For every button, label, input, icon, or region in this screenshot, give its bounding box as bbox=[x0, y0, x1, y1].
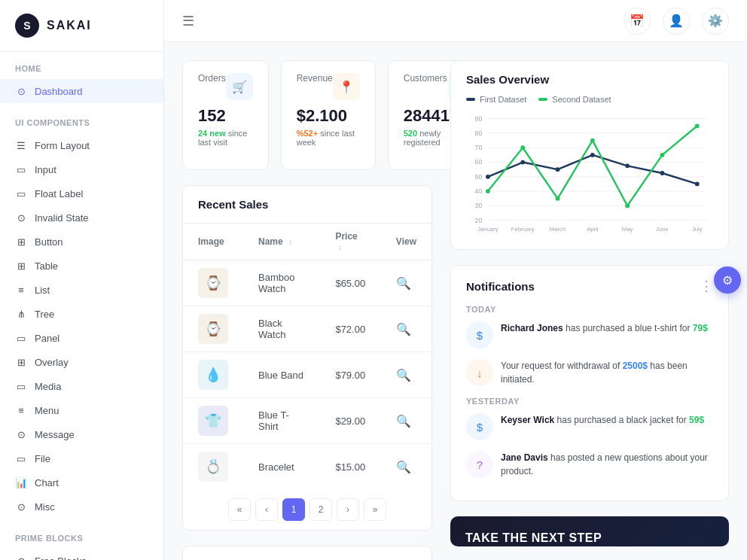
product-view-cell: 🔍 bbox=[381, 352, 431, 398]
col-image: Image bbox=[183, 224, 243, 260]
logo-text: SAKAI bbox=[47, 19, 92, 32]
product-name-cell: Blue T-Shirt bbox=[243, 398, 320, 444]
sidebar-item-list[interactable]: ≡ List bbox=[0, 278, 163, 302]
sidebar-item-label: Tree bbox=[35, 309, 54, 320]
floating-settings-button[interactable]: ⚙ bbox=[714, 266, 741, 294]
recent-sales-title: Recent Sales bbox=[183, 186, 431, 224]
svg-text:January: January bbox=[477, 226, 499, 233]
sidebar-item-label: Table bbox=[35, 260, 58, 272]
col-price[interactable]: Price ↕ bbox=[320, 224, 380, 260]
sidebar-item-message[interactable]: ⊙ Message bbox=[0, 422, 163, 446]
svg-point-23 bbox=[486, 189, 490, 193]
sidebar-item-button[interactable]: ⊞ Button bbox=[0, 230, 163, 254]
topbar: ☰ 📅 👤 ⚙️ bbox=[164, 0, 747, 42]
legend-second: Second Dataset bbox=[538, 95, 611, 104]
view-button[interactable]: 🔍 bbox=[396, 415, 411, 428]
svg-point-29 bbox=[695, 123, 700, 128]
sidebar-item-form-layout[interactable]: ☰ Form Layout bbox=[0, 133, 163, 157]
sidebar-item-table[interactable]: ⊞ Table bbox=[0, 254, 163, 278]
table-icon: ⊞ bbox=[15, 260, 27, 272]
page-1-button[interactable]: 1 bbox=[282, 498, 305, 521]
sales-table-wrap: Image Name ↕ Price ↕ View ⌚ Bamboo Watch… bbox=[183, 224, 431, 489]
view-button[interactable]: 🔍 bbox=[396, 277, 411, 290]
sidebar-item-float-label[interactable]: ▭ Float Label bbox=[0, 181, 163, 205]
sidebar-prime-blocks-label: PRIME BLOCKS bbox=[0, 534, 163, 549]
notif-link[interactable]: 79$ bbox=[693, 323, 708, 333]
stat-sub: %52+ since last week bbox=[297, 129, 360, 147]
table-row: 💧 Blue Band $79.00 🔍 bbox=[183, 352, 431, 398]
legend-first: First Dataset bbox=[466, 95, 526, 104]
view-button[interactable]: 🔍 bbox=[396, 461, 411, 473]
product-name-cell: Bamboo Watch bbox=[243, 260, 320, 306]
table-row: ⌚ Bamboo Watch $65.00 🔍 bbox=[183, 260, 431, 306]
stat-value: $2.100 bbox=[297, 106, 360, 126]
sidebar-item-dashboard[interactable]: ⊙ Dashboard bbox=[0, 79, 163, 103]
sidebar-item-label: Panel bbox=[35, 333, 59, 344]
page-first-button[interactable]: « bbox=[228, 498, 251, 521]
notif-link[interactable]: 2500$ bbox=[623, 361, 648, 371]
view-button[interactable]: 🔍 bbox=[396, 323, 411, 336]
hamburger-button[interactable]: ☰ bbox=[182, 13, 194, 29]
chart-title: Sales Overview bbox=[466, 73, 713, 86]
stat-label: Orders bbox=[198, 73, 226, 84]
panel-icon: ▭ bbox=[15, 332, 27, 344]
page-last-button[interactable]: » bbox=[364, 498, 386, 521]
notif-link[interactable]: 59$ bbox=[689, 415, 704, 425]
stat-sub: 24 new since last visit bbox=[198, 129, 253, 147]
calendar-icon: 📅 bbox=[630, 14, 645, 28]
sidebar-home-section: HOME ⊙ Dashboard bbox=[0, 52, 163, 106]
sidebar-item-menu[interactable]: ≡ Menu bbox=[0, 398, 163, 422]
page-content: Orders 🛒 152 24 new since last visit Rev… bbox=[164, 42, 747, 560]
settings-button[interactable]: ⚙️ bbox=[702, 8, 729, 35]
page-next-button[interactable]: › bbox=[337, 498, 359, 521]
sidebar-item-media[interactable]: ▭ Media bbox=[0, 374, 163, 398]
stat-card-header: Orders 🛒 bbox=[198, 73, 253, 100]
yesterday-label: YESTERDAY bbox=[466, 397, 713, 406]
view-button[interactable]: 🔍 bbox=[396, 369, 411, 382]
sidebar-components-label: UI COMPONENTS bbox=[0, 118, 163, 133]
topbar-right: 📅 👤 ⚙️ bbox=[624, 8, 729, 35]
sidebar-item-chart[interactable]: 📊 Chart bbox=[0, 470, 163, 495]
product-image-cell: 💧 bbox=[183, 352, 243, 398]
col-name[interactable]: Name ↕ bbox=[243, 224, 320, 260]
sidebar-item-label: Menu bbox=[35, 405, 59, 416]
sidebar-item-file[interactable]: ▭ File bbox=[0, 446, 163, 470]
sidebar-item-input[interactable]: ▭ Input bbox=[0, 157, 163, 181]
cta-title: TAKE THE NEXT STEP bbox=[465, 531, 714, 545]
notif-text: Jane Davis has posted a new questions ab… bbox=[501, 451, 713, 478]
user-button[interactable]: 👤 bbox=[663, 8, 690, 35]
misc-icon: ⊙ bbox=[15, 501, 27, 513]
file-icon: ▭ bbox=[15, 452, 27, 464]
svg-point-16 bbox=[486, 175, 490, 179]
pagination: « ‹ 1 2 › » bbox=[183, 489, 431, 530]
sidebar-prime-blocks-section: PRIME BLOCKS ⊙ Free Blocks ⊙ All Blocks bbox=[0, 522, 163, 560]
sidebar-item-free-blocks[interactable]: ⊙ Free Blocks bbox=[0, 549, 163, 560]
product-image-cell: 💍 bbox=[183, 444, 243, 490]
svg-text:90: 90 bbox=[475, 115, 483, 123]
stat-card-header: Revenue 📍 bbox=[297, 73, 360, 100]
svg-point-26 bbox=[590, 138, 595, 143]
user-icon: 👤 bbox=[669, 14, 684, 28]
floating-settings-icon: ⚙ bbox=[722, 273, 733, 288]
product-image-cell: ⌚ bbox=[183, 260, 243, 306]
sales-overview-card: Sales Overview First Dataset Second Data… bbox=[450, 60, 729, 250]
notifications-menu-button[interactable]: ⋮ bbox=[700, 278, 713, 294]
sidebar-item-tree[interactable]: ⋔ Tree bbox=[0, 302, 163, 326]
svg-text:70: 70 bbox=[475, 144, 483, 151]
sidebar-item-invalid-state[interactable]: ⊙ Invalid State bbox=[0, 205, 163, 230]
page-2-button[interactable]: 2 bbox=[309, 498, 332, 521]
product-price-cell: $79.00 bbox=[320, 352, 380, 398]
sidebar-item-panel[interactable]: ▭ Panel bbox=[0, 326, 163, 350]
legend-label-second: Second Dataset bbox=[552, 95, 611, 104]
sidebar-item-label: Input bbox=[35, 164, 56, 175]
sidebar-item-misc[interactable]: ⊙ Misc bbox=[0, 495, 163, 519]
left-column: Orders 🛒 152 24 new since last visit Rev… bbox=[182, 60, 432, 542]
legend-label-first: First Dataset bbox=[480, 95, 526, 104]
sidebar-item-label: Overlay bbox=[35, 357, 69, 368]
page-prev-button[interactable]: ‹ bbox=[255, 498, 278, 521]
calendar-button[interactable]: 📅 bbox=[624, 8, 651, 35]
svg-text:July: July bbox=[692, 226, 703, 233]
svg-text:60: 60 bbox=[475, 158, 483, 166]
sidebar-item-label: Media bbox=[35, 381, 61, 392]
sidebar-item-overlay[interactable]: ⊞ Overlay bbox=[0, 350, 163, 374]
